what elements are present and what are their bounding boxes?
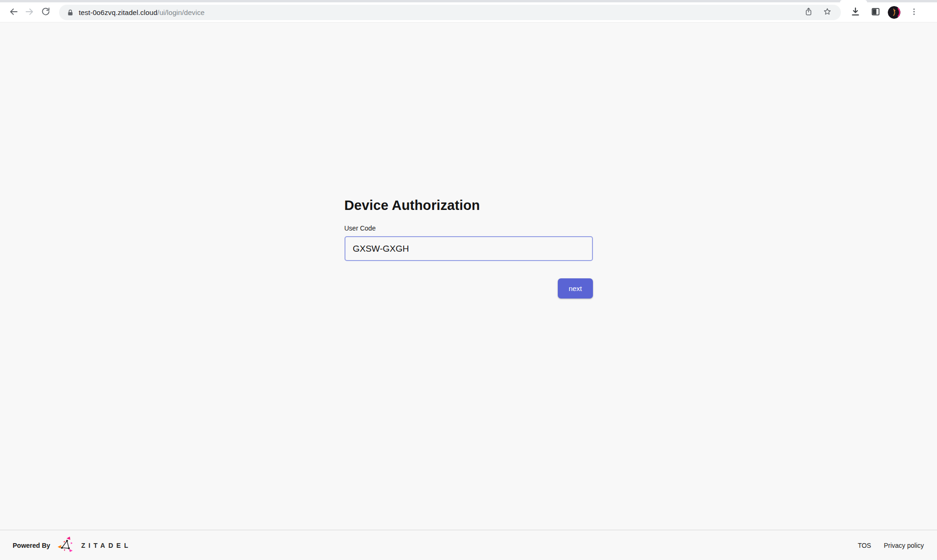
next-button[interactable]: next bbox=[558, 278, 592, 299]
zitadel-logo-icon bbox=[57, 536, 76, 555]
url-path: /ui/login/device bbox=[157, 8, 205, 16]
avatar-image bbox=[888, 6, 900, 19]
back-icon bbox=[8, 7, 19, 19]
powered-by-label: Powered By bbox=[13, 542, 50, 549]
lock-icon bbox=[67, 9, 74, 16]
login-page: Device Authorization User Code next bbox=[0, 22, 937, 530]
reload-button[interactable] bbox=[37, 5, 53, 21]
browser-toolbar: test-0o6zvq.zitadel.cloud/ui/login/devic… bbox=[0, 0, 937, 22]
page-title: Device Authorization bbox=[345, 196, 593, 215]
url-bar[interactable]: test-0o6zvq.zitadel.cloud/ui/login/devic… bbox=[59, 5, 841, 20]
user-code-label: User Code bbox=[345, 224, 593, 232]
share-button[interactable] bbox=[802, 6, 816, 20]
browser-menu-button[interactable] bbox=[906, 5, 922, 21]
forward-icon bbox=[24, 7, 35, 19]
reload-icon bbox=[41, 7, 51, 18]
star-icon bbox=[823, 7, 832, 18]
url-text: test-0o6zvq.zitadel.cloud/ui/login/devic… bbox=[79, 8, 802, 16]
downloads-button[interactable] bbox=[847, 5, 863, 21]
side-panel-button[interactable] bbox=[868, 5, 884, 21]
footer: Powered By bbox=[0, 530, 937, 560]
zitadel-wordmark: ZITADEL bbox=[81, 542, 131, 549]
share-icon bbox=[804, 7, 813, 18]
download-icon bbox=[850, 7, 861, 19]
privacy-policy-link[interactable]: Privacy policy bbox=[884, 542, 924, 549]
forward-button[interactable] bbox=[22, 5, 37, 21]
tos-link[interactable]: TOS bbox=[858, 542, 871, 549]
bookmark-button[interactable] bbox=[820, 6, 834, 20]
device-auth-card: Device Authorization User Code next bbox=[345, 22, 593, 299]
user-code-input[interactable] bbox=[345, 236, 593, 261]
menu-dots-icon bbox=[909, 7, 919, 18]
profile-avatar[interactable] bbox=[888, 6, 900, 19]
zitadel-brand-link[interactable]: ZITADEL bbox=[57, 536, 131, 555]
url-host: test-0o6zvq.zitadel.cloud bbox=[79, 8, 157, 16]
side-panel-icon bbox=[870, 7, 881, 19]
back-button[interactable] bbox=[6, 5, 22, 21]
